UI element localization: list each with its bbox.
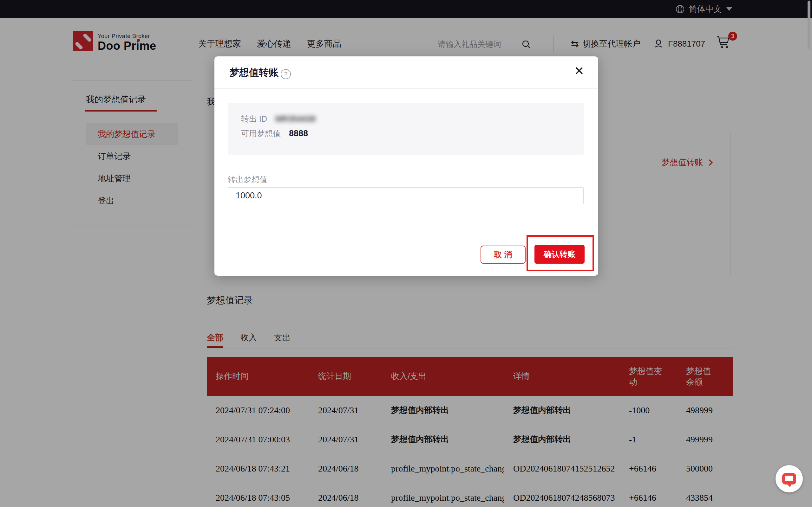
confirm-transfer-button[interactable]: 确认转账 xyxy=(535,245,585,264)
available-dream-value: 8888 xyxy=(289,128,308,138)
transfer-amount-label: 转出梦想值 xyxy=(228,174,267,185)
scrollbar-thumb[interactable] xyxy=(808,1,810,49)
close-icon[interactable]: ✕ xyxy=(574,65,584,77)
live-chat-button[interactable] xyxy=(775,465,803,493)
modal-title: 梦想值转账 xyxy=(229,66,278,79)
transfer-id-value: MR354438 xyxy=(275,114,316,124)
transfer-id-label: 转出 ID xyxy=(241,114,267,124)
transfer-modal: 梦想值转账 ? ✕ 转出 ID MR354438 可用梦想值 8888 转出梦想… xyxy=(214,56,598,276)
chat-bubble-icon xyxy=(782,473,796,485)
available-dream-value-label: 可用梦想值 xyxy=(241,128,281,138)
transfer-info-box: 转出 ID MR354438 可用梦想值 8888 xyxy=(228,103,583,155)
help-icon[interactable]: ? xyxy=(281,69,291,79)
modal-divider xyxy=(214,88,598,89)
transfer-amount-input[interactable] xyxy=(228,187,583,204)
cancel-button[interactable]: 取 消 xyxy=(480,245,525,264)
